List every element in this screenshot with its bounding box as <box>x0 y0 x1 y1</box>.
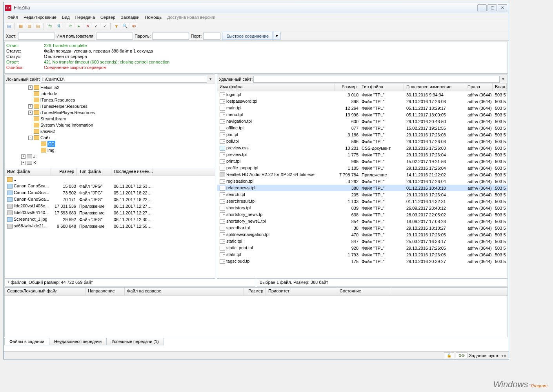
list-item[interactable]: poll.tpl566Файл "TPL"29.10.2016 17:26:03… <box>217 138 508 145</box>
col-size[interactable]: Размер <box>244 288 266 295</box>
quickconnect-dropdown[interactable]: ▾ <box>273 32 280 40</box>
tree-node[interactable]: +Helios la2 <box>5 84 214 91</box>
tree-node[interactable]: SteamLibrary <box>5 116 214 122</box>
close-button[interactable]: ✕ <box>498 4 507 11</box>
toggle-log-button[interactable]: ▦ <box>17 22 25 30</box>
menu-edit[interactable]: Редактирование <box>21 14 59 20</box>
message-log[interactable]: Ответ:226 Transfer completeСтатус:Файл п… <box>4 42 508 74</box>
list-item[interactable]: relatednews.tpl388Файл "TPL"01.12.2016 1… <box>217 185 508 191</box>
menu-bookmarks[interactable]: Закладки <box>118 14 142 20</box>
search-button[interactable]: 🔍 <box>121 22 129 30</box>
list-item[interactable]: menu.tpl13 996Файл "TPL"05.11.2017 13:00… <box>217 111 508 118</box>
menu-transfer[interactable]: Передача <box>73 14 97 20</box>
expand-icon[interactable]: + <box>21 161 25 165</box>
menu-file[interactable]: Файл <box>5 14 20 20</box>
local-site-input[interactable] <box>41 76 207 83</box>
port-input[interactable] <box>203 33 220 40</box>
tab-queued[interactable]: Файлы в задании <box>4 338 49 345</box>
tree-node[interactable]: img <box>5 147 214 153</box>
username-input[interactable] <box>96 33 133 40</box>
col-modified[interactable]: Последнее измен... <box>111 168 153 176</box>
list-item[interactable]: shortstory.tpl839Файл "TPL"26.09.2017 23… <box>217 205 508 211</box>
speed-limit-button[interactable]: 👁 <box>130 22 138 30</box>
col-size[interactable]: Размер <box>51 168 77 176</box>
tree-node[interactable]: +iTunesHelper.Resources <box>5 103 214 109</box>
tree-node[interactable]: +K: <box>5 160 214 166</box>
list-item[interactable]: profile_popup.tpl1 105Файл "TPL"29.10.20… <box>217 165 508 171</box>
tree-node[interactable]: -Сайт <box>5 134 214 141</box>
col-priority[interactable]: Приоритет <box>266 288 337 295</box>
list-item[interactable]: tagscloud.tpl175Файл "TPL"29.10.2016 20:… <box>217 258 508 265</box>
local-site-dropdown[interactable]: ▾ <box>208 76 213 82</box>
menu-server[interactable]: Сервер <box>98 14 118 20</box>
remote-file-list[interactable]: login.tpl3 010Файл "TPL"30.10.2016 9:34:… <box>217 91 508 278</box>
tree-node[interactable]: Interlude <box>5 91 214 97</box>
col-owner[interactable]: Влад... <box>493 83 507 91</box>
list-item[interactable]: shortstory_news.tpl638Файл "TPL"28.03.20… <box>217 211 508 218</box>
tree-node[interactable]: CD <box>5 141 214 147</box>
tab-failed[interactable]: Неудавшиеся передачи <box>49 338 107 345</box>
local-file-list[interactable]: ..Canon CanoSca...15 030Файл "JPG"06.11.… <box>5 176 215 278</box>
toggle-tree-button[interactable]: ▥ <box>25 22 33 30</box>
list-item[interactable]: .. <box>5 176 215 183</box>
tree-node[interactable]: +iTunesMiniPlayer.Resources <box>5 109 214 116</box>
password-input[interactable] <box>152 33 189 40</box>
remote-site-dropdown[interactable]: ▾ <box>500 76 506 82</box>
col-size[interactable]: Размер <box>335 83 359 91</box>
list-item[interactable]: static_print.tpl928Файл "TPL"29.10.2016 … <box>217 245 508 251</box>
expand-icon[interactable]: + <box>28 111 33 115</box>
expand-icon[interactable]: + <box>21 154 25 159</box>
sync-browse-button[interactable]: ⇆ <box>46 22 54 30</box>
list-item[interactable]: preview.css10 201CSS-документ29.10.2016 … <box>217 145 508 151</box>
list-item[interactable]: Canon CanoSca...15 030Файл "JPG"06.11.20… <box>5 183 215 189</box>
cancel-button[interactable]: ✕ <box>84 22 91 30</box>
col-state[interactable]: Состояние <box>337 288 392 295</box>
list-item[interactable]: lide200vst1403e...17 331 536Приложение06… <box>5 203 215 209</box>
list-item[interactable]: lostpassword.tpl898Файл "TPL"29.10.2016 … <box>217 98 508 105</box>
titlebar[interactable]: Fz FileZilla — ▢ ✕ <box>4 2 509 13</box>
list-item[interactable]: preview.tpl1 775Файл "TPL"29.10.2016 17:… <box>217 151 508 158</box>
tree-node[interactable]: iTunes.Resources <box>5 97 214 103</box>
list-item[interactable]: print.tpl965Файл "TPL"15.02.2017 19:21:5… <box>217 158 508 165</box>
tree-node[interactable]: System Volume Information <box>5 122 214 128</box>
list-item[interactable]: Canon-CanoSca...70 171Файл "JPG"05.11.20… <box>5 196 215 203</box>
disconnect-button[interactable]: ✓ <box>92 22 100 30</box>
col-direction[interactable]: Направление <box>85 288 125 295</box>
col-type[interactable]: Тип файла <box>359 83 404 91</box>
refresh-button[interactable]: ⟳ <box>66 22 74 30</box>
list-item[interactable]: lide200vst64140...17 593 680Приложение06… <box>5 209 215 216</box>
list-item[interactable]: sd68-win-lide21...9 608 848Приложение06.… <box>5 223 215 229</box>
expand-icon[interactable]: + <box>28 85 33 90</box>
list-item[interactable]: pm.tpl3 186Файл "TPL"29.10.2016 17:26:03… <box>217 131 508 138</box>
col-modified[interactable]: Последнее изменение <box>404 83 465 91</box>
list-item[interactable]: speedbar.tpl38Файл "TPL"29.10.2016 18:18… <box>217 225 508 231</box>
col-name[interactable]: Имя файла <box>217 83 335 91</box>
col-name[interactable]: Имя файла <box>5 168 51 176</box>
tree-node[interactable]: +J: <box>5 153 214 160</box>
list-item[interactable]: registration.tpl3 262Файл "TPL"29.10.201… <box>217 178 508 185</box>
list-item[interactable]: search.tpl205Файл "TPL"29.10.2016 17:26:… <box>217 191 508 198</box>
list-item[interactable]: navigation.tpl600Файл "TPL"29.10.2016 20… <box>217 118 508 125</box>
list-item[interactable]: main.tpl12 264Файл "TPL"05.11.2017 18:29… <box>217 105 508 111</box>
col-local-file[interactable]: Сервер/Локальный файл <box>5 288 85 295</box>
col-type[interactable]: Тип файла <box>77 168 111 176</box>
list-item[interactable]: splitnewsnavigation.tpl470Файл "TPL"29.1… <box>217 231 508 238</box>
compare-button[interactable]: ⇅ <box>55 22 62 30</box>
list-item[interactable]: offline.tpl877Файл "TPL"15.02.2017 19:21… <box>217 125 508 131</box>
expand-icon[interactable]: - <box>28 136 33 140</box>
queue-menu-icon[interactable]: ●● <box>501 353 506 358</box>
list-item[interactable]: Screenshot_1.jpg29 892Файл "JPG"06.11.20… <box>5 216 215 223</box>
remote-site-input[interactable] <box>253 76 500 83</box>
menu-new-version[interactable]: Доступна новая версия! <box>165 14 218 20</box>
expand-icon[interactable]: + <box>28 104 33 109</box>
list-item[interactable]: searchresult.tpl1 103Файл "TPL"01.11.201… <box>217 198 508 205</box>
maximize-button[interactable]: ▢ <box>488 4 497 11</box>
menu-view[interactable]: Вид <box>60 14 72 20</box>
list-item[interactable]: static.tpl847Файл "TPL"25.03.2017 16:38:… <box>217 238 508 245</box>
list-item[interactable]: Canon-CanoSca...73 502Файл "JPG"05.11.20… <box>5 189 215 196</box>
list-item[interactable]: Realtek HD Audio R2.22 for XP 32 64-bits… <box>217 171 508 178</box>
tree-node[interactable]: ключи2 <box>5 128 214 134</box>
list-item[interactable]: stats.tpl1 793Файл "TPL"29.10.2016 17:26… <box>217 251 508 258</box>
col-remote-file[interactable]: Файл на сервере <box>125 288 244 295</box>
quickconnect-button[interactable]: Быстрое соединение <box>222 32 273 40</box>
